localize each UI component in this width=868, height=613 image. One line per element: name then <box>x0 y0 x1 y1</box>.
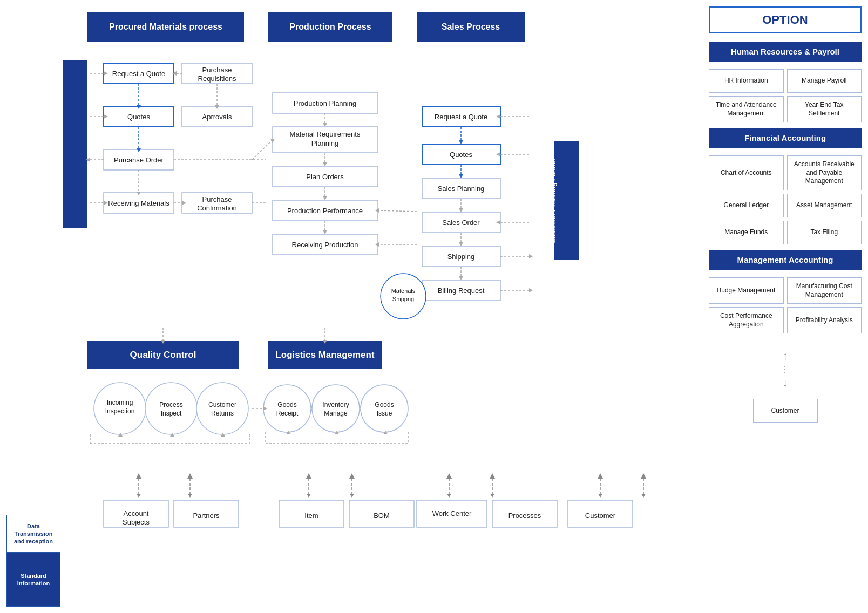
svg-line-54 <box>378 210 417 212</box>
svg-text:Manage: Manage <box>324 410 348 417</box>
svg-marker-153 <box>641 494 646 498</box>
svg-text:Material Requirements: Material Requirements <box>290 130 361 138</box>
hr-item-3: Year-End Tax Settlement <box>787 96 862 122</box>
financial-item-3: Asset Management <box>787 194 862 217</box>
svg-marker-151 <box>641 473 646 479</box>
svg-marker-73 <box>459 208 463 212</box>
svg-text:Inspect: Inspect <box>161 410 182 417</box>
svg-text:Subjects: Subjects <box>123 518 150 526</box>
svg-text:Planning: Planning <box>311 139 339 147</box>
svg-marker-42 <box>323 123 327 127</box>
svg-rect-3 <box>63 60 87 228</box>
production-performance-box: Production Performance <box>287 207 363 215</box>
hr-item-2: Time and Attendance Management <box>709 96 784 122</box>
main-diagram-svg: Procured Materials process Production Pr… <box>60 6 697 573</box>
svg-line-46 <box>252 140 273 160</box>
svg-marker-148 <box>598 473 603 479</box>
svg-point-108 <box>263 385 311 432</box>
svg-point-112 <box>312 385 360 432</box>
hr-items-grid: HR Information Manage Payroll Time and A… <box>709 69 862 122</box>
svg-text:Customer / Training Partner: Customer / Training Partner <box>550 158 557 243</box>
management-item-0: Budge Management <box>709 277 784 304</box>
data-transmission-label: Data Transmission and reception <box>6 515 60 553</box>
sales-order-box: Sales Order <box>442 219 480 227</box>
svg-marker-133 <box>187 473 193 479</box>
svg-text:Inspection: Inspection <box>105 407 135 415</box>
right-panel: OPTION Human Resources & Payroll HR Info… <box>702 6 862 607</box>
hr-item-0: HR Information <box>709 69 784 93</box>
svg-text:Issue: Issue <box>377 410 392 417</box>
svg-text:Account: Account <box>124 509 149 517</box>
financial-section-header: Financial Accounting <box>709 128 862 148</box>
financial-item-2: General Ledger <box>709 194 784 217</box>
svg-text:Returns: Returns <box>211 410 234 417</box>
svg-text:Work Center: Work Center <box>432 509 472 517</box>
production-header: Production Process <box>289 22 371 31</box>
svg-marker-136 <box>306 473 311 479</box>
production-planning-box: Production Planning <box>294 99 356 107</box>
hr-item-1: Manage Payroll <box>787 69 862 93</box>
svg-text:Materials: Materials <box>391 288 416 294</box>
svg-marker-86 <box>529 288 533 292</box>
request-quote-box: Request a Quote <box>112 70 165 78</box>
quotes-box: Quotes <box>127 113 150 121</box>
svg-text:BOM: BOM <box>374 512 390 520</box>
svg-text:Supplier / Purchase Line: Supplier / Purchase Line <box>39 106 47 182</box>
hr-section-header: Human Resources & Payroll <box>709 42 862 62</box>
procured-header: Procured Materials process <box>109 22 222 31</box>
financial-item-5: Tax Filing <box>787 221 862 244</box>
right-panel-arrows: ↑ ⋮ ↓ <box>709 350 862 389</box>
svg-marker-141 <box>350 494 354 498</box>
financial-item-1: Accounts Receivable and Payable Manageme… <box>787 155 862 190</box>
management-items-grid: Budge Management Manufacturing Cost Mana… <box>709 277 862 333</box>
svg-marker-52 <box>323 196 327 200</box>
svg-marker-145 <box>490 473 495 479</box>
svg-marker-70 <box>459 174 463 178</box>
plan-orders-box: Plan Orders <box>306 173 344 181</box>
svg-marker-147 <box>490 494 494 498</box>
management-section-header: Management Accounting <box>709 250 862 270</box>
svg-text:Process: Process <box>159 401 182 408</box>
svg-text:Incoming: Incoming <box>107 399 133 406</box>
management-item-2: Cost Performance Aggregation <box>709 307 784 333</box>
sales-request-quote-box: Request a Quote <box>435 113 487 121</box>
option-box: OPTION <box>709 6 862 33</box>
quality-header: Quality Control <box>130 350 196 360</box>
svg-text:Goods: Goods <box>375 401 394 408</box>
svg-marker-135 <box>188 494 192 498</box>
svg-text:Receipt: Receipt <box>276 410 299 417</box>
svg-text:Processes: Processes <box>508 512 541 520</box>
svg-text:Purchase: Purchase <box>202 66 232 74</box>
svg-marker-130 <box>136 473 141 479</box>
svg-rect-5 <box>554 141 579 260</box>
svg-text:Goods: Goods <box>277 401 296 408</box>
svg-text:Shippng: Shippng <box>392 296 414 302</box>
svg-marker-150 <box>598 494 602 498</box>
svg-marker-138 <box>307 494 311 498</box>
center-diagram: Procured Materials process Production Pr… <box>60 6 702 607</box>
svg-text:Partners: Partners <box>193 512 220 520</box>
left-labels: Data Transmission and reception Standard… <box>6 6 60 607</box>
svg-text:Requisitions: Requisitions <box>198 74 236 83</box>
svg-marker-132 <box>137 494 141 498</box>
svg-text:Inventory: Inventory <box>322 401 349 408</box>
management-item-1: Manufacturing Cost Management <box>787 277 862 304</box>
approvals-box: Aprrovals <box>202 113 232 121</box>
svg-marker-81 <box>529 254 533 258</box>
svg-text:Customer: Customer <box>208 401 236 408</box>
svg-marker-142 <box>446 473 452 479</box>
customer-box: Customer <box>753 399 818 423</box>
svg-text:Purchase: Purchase <box>202 195 232 203</box>
svg-marker-78 <box>459 242 463 246</box>
financial-item-4: Manage Funds <box>709 221 784 244</box>
logistics-header: Logistics Management <box>275 350 375 360</box>
svg-text:Customer: Customer <box>585 512 616 520</box>
management-item-3: Profitability Analysis <box>787 307 862 333</box>
svg-marker-144 <box>447 494 451 498</box>
svg-marker-49 <box>323 162 327 166</box>
billing-request-box: Billing Request <box>438 287 485 295</box>
receiving-production-box: Receiving Production <box>292 241 358 249</box>
sales-planning-box: Sales Planning <box>438 185 485 193</box>
svg-text:Confirmation: Confirmation <box>197 204 237 212</box>
purchase-order-box: Purcahse Order <box>114 156 164 164</box>
